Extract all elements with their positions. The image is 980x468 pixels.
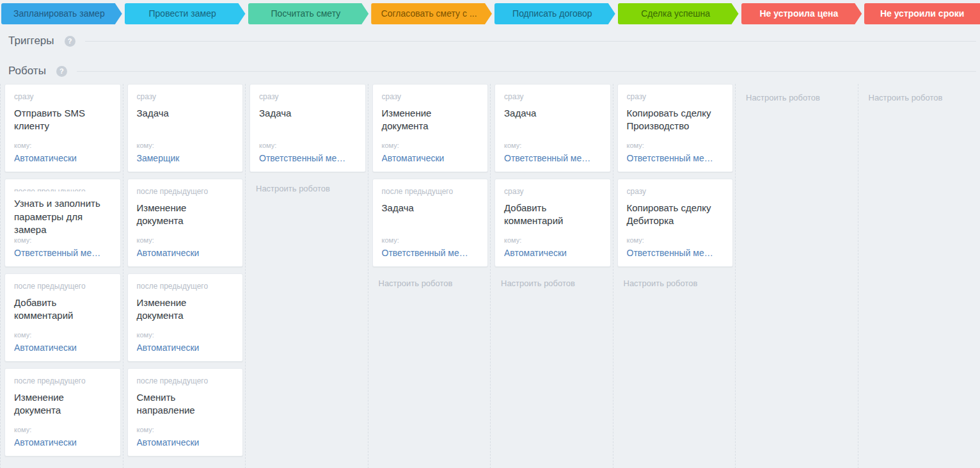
robot-timing-label: сразу	[14, 92, 113, 101]
robot-assignee-link[interactable]: Ответственный ме…	[14, 248, 113, 258]
robot-to-label: кому:	[504, 141, 603, 149]
robot-to-label: кому:	[14, 426, 113, 433]
configure-robots-link[interactable]: Настроить роботов	[746, 93, 820, 102]
robot-to-label: кому:	[137, 236, 235, 244]
robot-timing-label: сразу	[627, 187, 725, 196]
robot-card[interactable]: сразуЗадачакому:Замерщик	[127, 84, 244, 172]
robot-card[interactable]: после предыдущегоИзменение документакому…	[127, 273, 244, 362]
configure-robots-link[interactable]: Настроить роботов	[501, 278, 575, 288]
triggers-section-header: Триггеры ?	[0, 33, 980, 49]
robot-timing-label: после предыдущего	[137, 376, 235, 385]
robot-to-label: кому:	[137, 331, 235, 339]
robot-card[interactable]: после предыдущегоУзнать и заполнить пара…	[4, 179, 121, 267]
robot-assignee-block: кому:Автоматически	[14, 426, 113, 448]
robot-to-label: кому:	[137, 141, 235, 149]
robot-card[interactable]: сразуЗадачакому:Ответственный ме…	[494, 84, 611, 172]
stage-chip-0[interactable]: Запланировать замер	[1, 3, 122, 24]
stage-chip-4[interactable]: Подписать договор	[494, 3, 615, 24]
robot-to-label: кому:	[137, 426, 235, 433]
robot-title: Задача	[504, 107, 603, 120]
robot-assignee-block: кому:Автоматически	[14, 141, 113, 163]
robot-column-5: сразуКопировать сделку Производствокому:…	[613, 84, 736, 468]
robot-card[interactable]: сразуКопировать сделку Производствокому:…	[617, 84, 734, 172]
robot-card[interactable]: сразуДобавить комментарийкому:Автоматиче…	[494, 179, 611, 267]
robot-assignee-block: кому:Автоматически	[14, 331, 113, 353]
robot-to-label: кому:	[259, 141, 358, 149]
robot-assignee-block: кому:Ответственный ме…	[14, 236, 113, 258]
robot-assignee-block: кому:Ответственный ме…	[382, 236, 480, 258]
robot-assignee-link[interactable]: Автоматически	[137, 343, 235, 353]
robot-to-label: кому:	[627, 141, 725, 149]
stage-chip-2[interactable]: Посчитать смету	[248, 3, 369, 24]
robot-assignee-link[interactable]: Автоматически	[137, 437, 235, 448]
robot-assignee-block: кому:Ответственный ме…	[259, 141, 358, 163]
triggers-section-divider	[85, 41, 976, 42]
robot-card[interactable]: после предыдущегоДобавить комментарийком…	[4, 273, 121, 362]
robot-assignee-link[interactable]: Ответственный ме…	[627, 153, 725, 163]
robot-timing-label: сразу	[504, 92, 603, 101]
robot-column-2: сразуЗадачакому:Ответственный ме…Настрои…	[245, 84, 368, 468]
triggers-section-title: Триггеры	[8, 35, 54, 47]
robot-timing-label: после предыдущего	[382, 187, 480, 196]
stage-chip-5[interactable]: Сделка успешна	[618, 3, 739, 24]
robot-card[interactable]: сразуКопировать сделку Дебиторкакому:Отв…	[617, 179, 734, 267]
robot-card[interactable]: сразуИзменение документакому:Автоматичес…	[372, 84, 489, 172]
configure-robots-link[interactable]: Настроить роботов	[379, 278, 453, 288]
robot-title: Отправить SMS клиенту	[14, 107, 113, 133]
robot-assignee-link[interactable]: Ответственный ме…	[504, 153, 603, 163]
robot-assignee-link[interactable]: Автоматически	[14, 343, 113, 353]
robots-section-title: Роботы	[8, 65, 46, 77]
robot-card[interactable]: сразуЗадачакому:Ответственный ме…	[249, 84, 366, 172]
robot-title: Изменение документа	[382, 107, 480, 133]
robot-column-1: сразуЗадачакому:Замерщикпосле предыдущег…	[123, 84, 246, 468]
robot-to-label: кому:	[627, 236, 725, 244]
robot-assignee-link[interactable]: Автоматически	[14, 437, 113, 448]
robot-assignee-link[interactable]: Ответственный ме…	[382, 248, 480, 258]
robot-timing-label: после предыдущего	[14, 282, 113, 291]
robot-column-6: Настроить роботов	[735, 84, 858, 468]
configure-robots-link[interactable]: Настроить роботов	[256, 184, 330, 193]
stage-chip-1[interactable]: Провести замер	[125, 3, 246, 24]
robot-title: Изменение документа	[137, 202, 235, 228]
robot-title: Сменить направление	[137, 391, 235, 417]
robot-title: Добавить комментарий	[504, 202, 603, 228]
robot-card[interactable]: сразуОтправить SMS клиентукому:Автоматич…	[4, 84, 121, 172]
configure-robots-link[interactable]: Настроить роботов	[624, 278, 698, 288]
robots-section-header: Роботы ?	[0, 63, 980, 79]
robot-to-label: кому:	[382, 236, 480, 244]
robots-board: сразуОтправить SMS клиентукому:Автоматич…	[0, 84, 980, 468]
robot-card[interactable]: после предыдущегоИзменение документакому…	[4, 368, 121, 456]
robot-card[interactable]: после предыдущегоСменить направлениекому…	[127, 368, 244, 456]
robot-assignee-block: кому:Автоматически	[137, 236, 235, 258]
triggers-help-icon[interactable]: ?	[65, 36, 75, 47]
robot-timing-label: после предыдущего	[14, 376, 113, 385]
robot-to-label: кому:	[14, 236, 113, 244]
robots-help-icon[interactable]: ?	[56, 66, 67, 77]
robot-assignee-block: кому:Автоматически	[137, 426, 235, 448]
robot-assignee-link[interactable]: Замерщик	[137, 153, 235, 163]
configure-robots-link[interactable]: Настроить роботов	[869, 93, 943, 102]
robot-column-3: сразуИзменение документакому:Автоматичес…	[368, 84, 491, 468]
stage-chip-7[interactable]: Не устроили сроки	[864, 3, 980, 24]
robot-assignee-link[interactable]: Автоматически	[14, 153, 113, 163]
robot-column-4: сразуЗадачакому:Ответственный ме…сразуДо…	[490, 84, 613, 468]
robot-assignee-link[interactable]: Ответственный ме…	[259, 153, 358, 163]
robot-to-label: кому:	[382, 141, 480, 149]
robot-assignee-block: кому:Автоматически	[137, 331, 235, 353]
robot-assignee-link[interactable]: Ответственный ме…	[627, 248, 725, 258]
robot-column-7: Настроить роботов	[858, 84, 980, 468]
stage-chip-3[interactable]: Согласовать смету с ...	[371, 3, 492, 24]
robot-assignee-link[interactable]: Автоматически	[504, 248, 603, 258]
robot-title: Задача	[382, 202, 480, 214]
robot-timing-label: сразу	[259, 92, 358, 101]
robot-assignee-link[interactable]: Автоматически	[382, 153, 480, 163]
robot-timing-label: сразу	[137, 92, 235, 101]
robot-to-label: кому:	[14, 141, 113, 149]
robot-card[interactable]: после предыдущегоИзменение документакому…	[127, 179, 244, 267]
robot-timing-label: после предыдущего	[137, 187, 235, 196]
robot-timing-label: сразу	[382, 92, 480, 101]
robot-title: Изменение документа	[137, 296, 235, 323]
robot-card[interactable]: после предыдущегоЗадачакому:Ответственны…	[372, 179, 489, 267]
robot-assignee-link[interactable]: Автоматически	[137, 248, 235, 258]
stage-chip-6[interactable]: Не устроила цена	[741, 3, 862, 24]
